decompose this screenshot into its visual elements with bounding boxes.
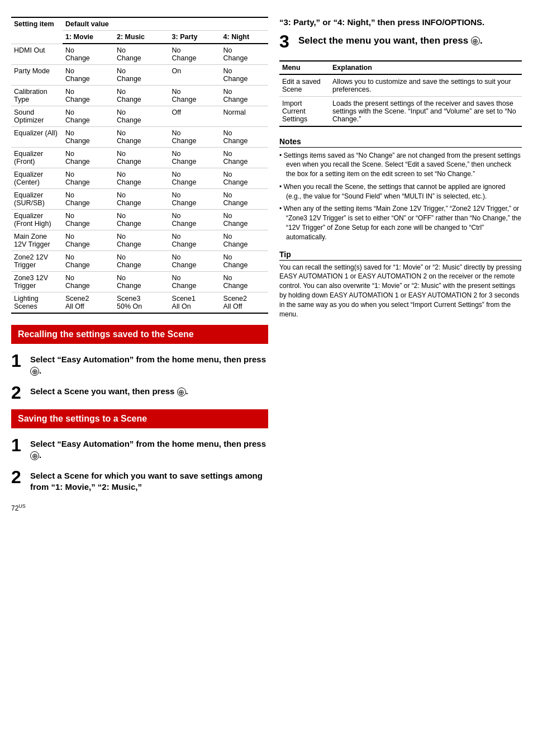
table-cell-value: NoChange (63, 230, 114, 251)
table-cell-setting: Zone2 12V Trigger (11, 251, 63, 272)
table-cell-value: NoChange (221, 251, 268, 272)
saving-section-heading: Saving the settings to a Scene (11, 409, 268, 428)
saving-step1-text: Select “Easy Automation” from the home m… (30, 436, 268, 460)
table-cell-value: NoChange (169, 189, 221, 210)
enter-icon-saving1: ⊕ (30, 451, 39, 460)
table-cell-setting: Party Mode (11, 65, 63, 86)
menu-table-row: Edit a saved SceneAllows you to customiz… (279, 74, 522, 97)
table-cell-value: NoChange (114, 272, 169, 292)
table-cell-value: NoChange (114, 65, 169, 86)
saving-step1-num: 1 (11, 436, 27, 454)
table-cell-setting: Zone3 12V Trigger (11, 272, 63, 292)
saving-step2: 2 Select a Scene for which you want to s… (11, 468, 268, 492)
table-row: Equalizer (Center)NoChangeNoChangeNoChan… (11, 168, 268, 189)
table-cell-setting: Equalizer (Front) (11, 148, 63, 168)
right-step3-text: Select the menu you want, then press ⊕. (298, 32, 483, 47)
menu-cell-explanation: Allows you to customize and save the set… (330, 74, 522, 97)
table-cell-value: NoChange (63, 65, 114, 86)
recall-step2-num: 2 (11, 384, 27, 401)
table-cell-value: Normal (221, 106, 268, 127)
table-cell-value: NoChange (169, 230, 221, 251)
recall-step2: 2 Select a Scene you want, then press ⊕. (11, 384, 268, 401)
table-row: Sound OptimizerNoChangeNoChangeOffNormal (11, 106, 268, 127)
table-row: HDMI OutNoChangeNoChangeNoChangeNoChange (11, 44, 268, 65)
table-cell-setting: Main Zone 12V Trigger (11, 230, 63, 251)
table-cell-value: NoChange (169, 44, 221, 65)
table-cell-value: Scene2All Off (63, 292, 114, 314)
table-cell-value: NoChange (221, 189, 268, 210)
table-row: Equalizer (All)NoChangeNoChangeNoChangeN… (11, 127, 268, 148)
menu-table: Menu Explanation Edit a saved SceneAllow… (279, 60, 522, 127)
enter-icon-step3: ⊕ (471, 36, 480, 45)
table-cell-value: NoChange (221, 44, 268, 65)
saving-step1: 1 Select “Easy Automation” from the home… (11, 436, 268, 460)
recall-section-heading: Recalling the settings saved to the Scen… (11, 325, 268, 344)
table-cell-value: NoChange (63, 106, 114, 127)
notes-list: Settings items saved as “No Change” are … (279, 151, 522, 242)
notes-list-item: When any of the setting items “Main Zone… (279, 204, 522, 242)
table-cell-value: NoChange (114, 148, 169, 168)
right-step3-num: 3 (279, 32, 295, 50)
enter-icon-recall1: ⊕ (30, 367, 39, 376)
table-cell-value: NoChange (221, 127, 268, 148)
right-intro-text: “3: Party,” or “4: Night,” then press IN… (279, 17, 522, 28)
table-cell-value: NoChange (114, 127, 169, 148)
table-cell-value: NoChange (169, 168, 221, 189)
table-cell-value: NoChange (169, 148, 221, 168)
table-cell-value: Scene1All On (169, 292, 221, 314)
table-cell-value: NoChange (169, 210, 221, 230)
table-cell-value: NoChange (114, 44, 169, 65)
table-cell-value: NoChange (221, 148, 268, 168)
table-cell-value: NoChange (169, 272, 221, 292)
table-cell-value: Scene350% On (114, 292, 169, 314)
table-cell-value: NoChange (63, 168, 114, 189)
enter-icon-recall2: ⊕ (177, 388, 186, 396)
table-cell-value: NoChange (169, 86, 221, 106)
table-row: Lighting ScenesScene2All OffScene350% On… (11, 292, 268, 314)
table-cell-value: NoChange (221, 272, 268, 292)
table-cell-value: Scene2All Off (221, 292, 268, 314)
table-cell-setting: Equalizer (SUR/SB) (11, 189, 63, 210)
table-cell-value: NoChange (114, 189, 169, 210)
menu-cell-name: Edit a saved Scene (279, 74, 330, 97)
recall-step1: 1 Select “Easy Automation” from the home… (11, 352, 268, 376)
col-setting-header: Setting item (11, 17, 63, 44)
settings-table: Setting item Default value 1: Movie 2: M… (11, 17, 268, 314)
table-cell-setting: Equalizer (Center) (11, 168, 63, 189)
menu-cell-explanation: Loads the present settings of the receiv… (330, 96, 522, 126)
table-cell-value: NoChange (114, 86, 169, 106)
col-music-header: 2: Music (114, 31, 169, 44)
notes-list-item: When you recall the Scene, the settings … (279, 182, 522, 201)
table-cell-setting: Calibration Type (11, 86, 63, 106)
table-row: Equalizer (Front)NoChangeNoChangeNoChang… (11, 148, 268, 168)
right-step3: 3 Select the menu you want, then press ⊕… (279, 32, 522, 50)
table-cell-value: NoChange (221, 230, 268, 251)
table-cell-value: On (169, 65, 221, 86)
table-row: Zone3 12V TriggerNoChangeNoChangeNoChang… (11, 272, 268, 292)
col-night-header: 4: Night (221, 31, 268, 44)
table-cell-value: NoChange (221, 65, 268, 86)
page-number: 72US (11, 503, 268, 512)
table-cell-value: NoChange (63, 210, 114, 230)
table-cell-value: NoChange (114, 230, 169, 251)
table-cell-value: NoChange (221, 86, 268, 106)
menu-col-menu-header: Menu (279, 61, 330, 74)
tip-text: You can recall the setting(s) saved for … (279, 263, 522, 319)
table-row: Equalizer (Front High)NoChangeNoChangeNo… (11, 210, 268, 230)
table-cell-value: NoChange (169, 127, 221, 148)
table-row: Party ModeNoChangeNoChangeOnNoChange (11, 65, 268, 86)
table-cell-value: NoChange (169, 251, 221, 272)
table-cell-setting: Equalizer (Front High) (11, 210, 63, 230)
recall-step1-num: 1 (11, 352, 27, 370)
recall-step2-text: Select a Scene you want, then press ⊕. (30, 384, 188, 397)
saving-step2-num: 2 (11, 468, 27, 486)
menu-cell-name: Import Current Settings (279, 96, 330, 126)
table-cell-value: NoChange (114, 106, 169, 127)
table-row: Equalizer (SUR/SB)NoChangeNoChangeNoChan… (11, 189, 268, 210)
table-cell-setting: Sound Optimizer (11, 106, 63, 127)
menu-table-row: Import Current SettingsLoads the present… (279, 96, 522, 126)
table-cell-value: NoChange (114, 168, 169, 189)
tip-heading: Tip (279, 250, 522, 261)
table-cell-value: NoChange (114, 251, 169, 272)
table-cell-value: NoChange (63, 44, 114, 65)
